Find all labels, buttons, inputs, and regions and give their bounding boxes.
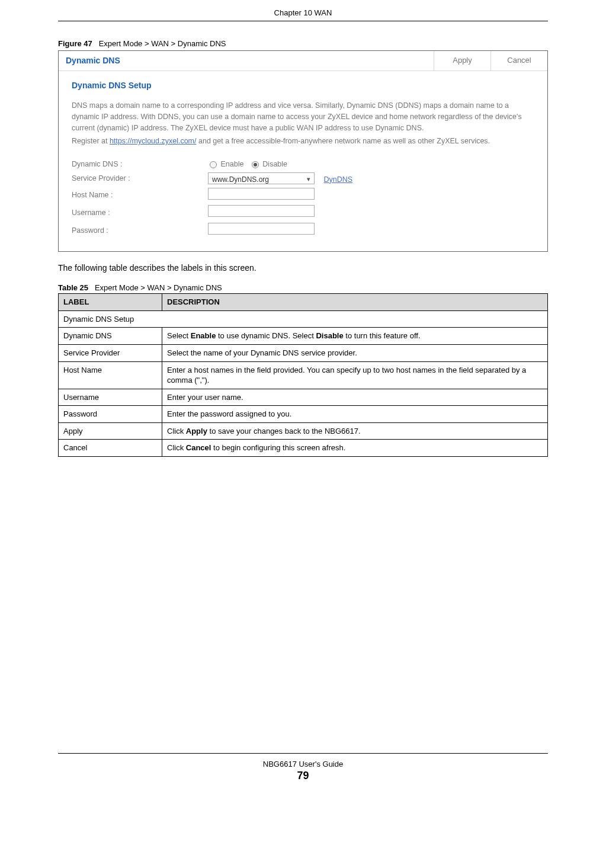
disable-radio[interactable]: [252, 161, 259, 168]
apply-button[interactable]: Apply: [434, 51, 490, 71]
username-label: Username :: [72, 204, 208, 222]
chapter-header: Chapter 10 WAN: [58, 0, 548, 21]
table-row: Cancel Click Cancel to begin configuring…: [59, 440, 548, 457]
username-input[interactable]: [208, 205, 315, 217]
hostname-label: Host Name :: [72, 187, 208, 204]
provider-link[interactable]: DynDNS: [323, 175, 352, 184]
th-desc: DESCRIPTION: [162, 294, 548, 311]
footer-guide: NBG6617 User's Guide: [58, 760, 548, 768]
table-row: Host Name Enter a host names in the fiel…: [59, 361, 548, 389]
table-row: Service Provider Select the name of your…: [59, 344, 548, 361]
enable-label: Enable: [220, 160, 243, 168]
provider-select[interactable]: www.DynDNS.org: [208, 172, 315, 184]
setup-desc-2: Register at https://mycloud.zyxel.com/ a…: [72, 136, 534, 147]
page-footer: NBG6617 User's Guide 79: [58, 753, 548, 782]
intro-text: The following table describes the labels…: [58, 262, 548, 274]
setup-desc-1: DNS maps a domain name to a correspondin…: [72, 100, 534, 133]
figure-caption: Figure 47 Expert Mode > WAN > Dynamic DN…: [58, 39, 548, 48]
table-row: Apply Click Apply to save your changes b…: [59, 422, 548, 440]
th-label: LABEL: [59, 294, 162, 311]
footer-page-number: 79: [58, 770, 548, 782]
table-row: Dynamic DNS Setup: [59, 310, 548, 328]
register-link[interactable]: https://mycloud.zyxel.com/: [110, 137, 197, 145]
password-input[interactable]: [208, 223, 315, 235]
provider-label: Service Provider :: [72, 171, 208, 187]
password-label: Password :: [72, 222, 208, 239]
table-row: Username Enter your user name.: [59, 389, 548, 406]
table-caption: Table 25 Expert Mode > WAN > Dynamic DNS: [58, 283, 548, 292]
figure-screenshot: Dynamic DNS Apply Cancel Dynamic DNS Set…: [58, 50, 548, 252]
header-rule: [58, 21, 548, 21]
disable-label: Disable: [262, 160, 287, 168]
setup-title: Dynamic DNS Setup: [72, 79, 534, 92]
cancel-button[interactable]: Cancel: [490, 51, 547, 71]
panel-title: Dynamic DNS: [59, 51, 434, 71]
enable-radio[interactable]: [210, 161, 217, 168]
table-row: Dynamic DNS Select Enable to use dynamic…: [59, 328, 548, 345]
hostname-input[interactable]: [208, 188, 315, 200]
ddns-label: Dynamic DNS :: [72, 158, 208, 171]
table-row: Password Enter the password assigned to …: [59, 406, 548, 423]
description-table: LABEL DESCRIPTION Dynamic DNS Setup Dyna…: [58, 293, 548, 456]
